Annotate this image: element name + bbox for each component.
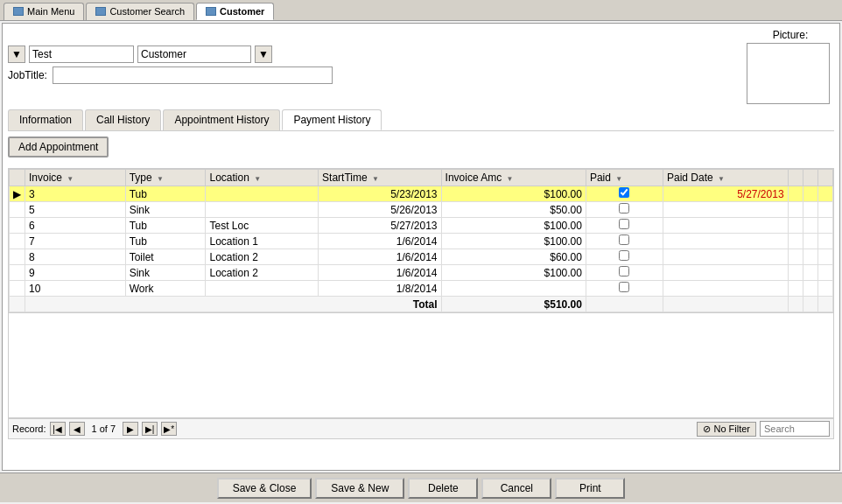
cell-invoice-amount: $100.00 [441,234,586,249]
search-input[interactable] [760,421,830,437]
row-selected-arrow: ▶ [13,188,21,200]
save-new-button[interactable]: Save & New [315,478,404,499]
tab-call-history[interactable]: Call History [85,109,161,130]
cell-paid-date [663,202,788,218]
empty-rows [8,313,834,418]
data-table-wrapper: Invoice ▼ Type ▼ Location ▼ StartTime ▼ … [8,168,834,313]
total-extra [586,297,663,312]
cell-paid[interactable] [586,202,663,218]
print-button[interactable]: Print [555,478,625,499]
cell-location [206,202,319,218]
customer-header: ▼ ▼ JobTitle: Picture: [8,29,834,104]
tab-customer-icon [206,7,216,16]
cell-paid[interactable] [586,218,663,234]
col-location[interactable]: Location ▼ [206,170,319,186]
tab-customer-search[interactable]: Customer Search [86,3,194,20]
paid-checkbox[interactable] [619,282,629,292]
nav-prev-btn[interactable]: ◀ [69,422,85,436]
cell-paid-date [663,265,788,281]
cell-paid[interactable] [586,186,663,202]
cell-extra [817,281,832,297]
jobtitle-field[interactable] [53,66,333,84]
paid-checkbox[interactable] [619,187,629,198]
row-indicator [10,234,25,249]
cell-paid[interactable] [586,249,663,265]
table-row[interactable]: 10Work1/8/2014 [10,281,833,297]
tab-call-history-label: Call History [96,114,150,126]
save-close-button[interactable]: Save & Close [217,478,312,499]
cancel-button[interactable]: Cancel [481,478,551,499]
tab-main-menu[interactable]: Main Menu [4,3,84,20]
cell-starttime: 5/23/2013 [319,186,441,202]
cell-location: Test Loc [206,218,319,234]
no-filter-label: No Filter [713,424,750,434]
tab-payment-history[interactable]: Payment History [282,109,382,130]
col-indicator [10,170,25,186]
total-extra [817,297,832,312]
col-paid[interactable]: Paid ▼ [586,170,663,186]
first-name-field[interactable] [29,46,134,63]
table-row[interactable]: 5Sink5/26/2013$50.00 [10,202,833,218]
cell-type: Work [125,281,206,297]
tab-information-label: Information [19,114,72,126]
cell-type: Tub [125,234,206,249]
row-indicator [10,265,25,281]
nav-first-btn[interactable]: |◀ [50,422,66,436]
cell-starttime: 1/6/2014 [319,249,441,265]
cell-paid[interactable] [586,281,663,297]
tab-appointment-history[interactable]: Appointment History [163,109,280,130]
cell-extra [788,218,803,234]
tab-customer-label: Customer [220,6,264,17]
suffix-dropdown[interactable]: ▼ [255,46,272,63]
paid-checkbox[interactable] [619,203,629,214]
paid-checkbox[interactable] [619,250,629,261]
paid-checkbox[interactable] [619,266,629,276]
cell-type: Tub [125,218,206,234]
cell-extra [817,249,832,265]
tab-appointment-history-label: Appointment History [174,114,269,126]
col-invoice[interactable]: Invoice ▼ [25,170,126,186]
bottom-buttons: Save & Close Save & New Delete Cancel Pr… [0,472,842,502]
cell-extra [803,265,817,281]
no-filter-button[interactable]: ⊘ No Filter [697,422,756,437]
cell-extra [788,265,803,281]
col-invoice-amount[interactable]: Invoice Amc ▼ [441,170,586,186]
record-label: Record: [12,424,46,434]
prefix-dropdown[interactable]: ▼ [8,46,25,63]
cell-location: Location 2 [206,249,319,265]
cell-paid[interactable] [586,234,663,249]
cell-extra [788,234,803,249]
cell-extra [817,234,832,249]
tab-information[interactable]: Information [8,109,83,130]
nav-new-btn[interactable]: ▶* [161,422,177,436]
cell-extra [817,265,832,281]
last-name-field[interactable] [137,46,251,63]
col-type[interactable]: Type ▼ [125,170,206,186]
row-indicator: ▶ [10,186,25,202]
cell-extra [817,202,832,218]
cell-extra [803,218,817,234]
table-row[interactable]: 9SinkLocation 21/6/2014$100.00 [10,265,833,281]
delete-button[interactable]: Delete [408,478,478,499]
cell-paid[interactable] [586,265,663,281]
table-row[interactable]: 8ToiletLocation 21/6/2014$60.00 [10,249,833,265]
nav-next-btn[interactable]: ▶ [123,422,138,436]
tab-bar: Main Menu Customer Search Customer [0,0,842,21]
table-row[interactable]: ▶3Tub5/23/2013$100.005/27/2013 [10,186,833,202]
col-paid-date[interactable]: Paid Date ▼ [663,170,788,186]
cell-invoice-amount [441,281,586,297]
table-row[interactable]: 7TubLocation 11/6/2014$100.00 [10,234,833,249]
add-appointment-button[interactable]: Add Appointment [8,136,109,158]
tab-customer[interactable]: Customer [196,3,274,20]
name-row: ▼ ▼ [8,46,743,63]
paid-checkbox[interactable] [619,234,629,245]
cell-starttime: 5/26/2013 [319,202,441,218]
table-row[interactable]: 6TubTest Loc5/27/2013$100.00 [10,218,833,234]
col-starttime[interactable]: StartTime ▼ [319,170,441,186]
cell-extra [803,249,817,265]
nav-last-btn[interactable]: ▶| [142,422,158,436]
cell-invoice-amount: $100.00 [441,218,586,234]
paid-checkbox[interactable] [619,219,629,229]
record-nav: Record: |◀ ◀ 1 of 7 ▶ ▶| ▶* ⊘ No Filter [8,418,834,439]
inner-tabs: Information Call History Appointment His… [8,109,834,131]
